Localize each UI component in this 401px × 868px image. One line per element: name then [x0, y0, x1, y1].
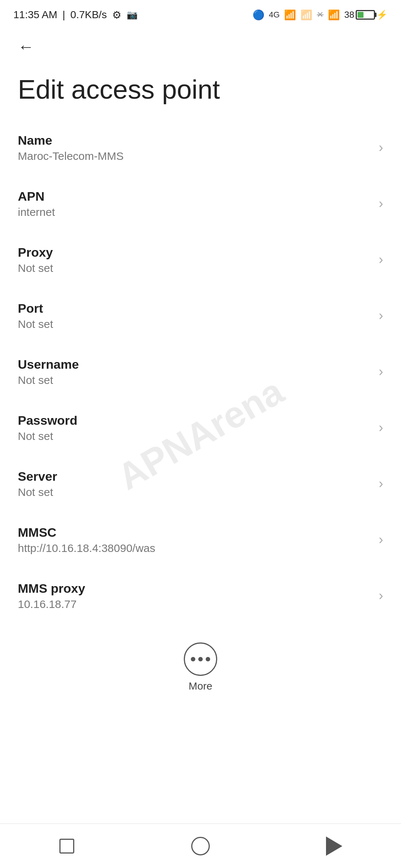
item-content-3: PortNot set — [18, 301, 371, 331]
more-button-area: More — [0, 628, 401, 703]
nav-square-button[interactable] — [48, 831, 85, 861]
item-label-6: Server — [18, 469, 371, 484]
recent-apps-icon — [59, 839, 74, 854]
settings-item[interactable]: MMS proxy10.16.18.77› — [0, 568, 401, 624]
battery-percent: 38 — [344, 10, 354, 20]
item-value-8: 10.16.18.77 — [18, 598, 371, 611]
item-content-1: APNinternet — [18, 189, 371, 218]
bottom-nav — [0, 823, 401, 868]
item-value-7: http://10.16.18.4:38090/was — [18, 542, 371, 555]
chevron-right-icon: › — [379, 364, 383, 379]
chevron-right-icon: › — [379, 308, 383, 323]
item-label-3: Port — [18, 301, 371, 316]
home-icon — [191, 837, 210, 855]
item-content-8: MMS proxy10.16.18.77 — [18, 581, 371, 611]
more-label: More — [189, 680, 212, 692]
chevron-right-icon: › — [379, 588, 383, 604]
item-content-2: ProxyNot set — [18, 245, 371, 274]
wifi-icon: 📶 — [328, 9, 340, 21]
item-label-8: MMS proxy — [18, 581, 371, 596]
item-content-7: MMSChttp://10.16.18.4:38090/was — [18, 525, 371, 555]
battery-fill — [358, 12, 363, 18]
item-value-2: Not set — [18, 262, 371, 274]
item-label-0: Name — [18, 133, 371, 148]
battery-indicator: 38 ⚡ — [344, 10, 388, 20]
settings-item[interactable]: MMSChttp://10.16.18.4:38090/was› — [0, 512, 401, 568]
item-content-6: ServerNot set — [18, 469, 371, 499]
top-nav: ← — [0, 27, 401, 67]
settings-item[interactable]: PortNot set› — [0, 288, 401, 344]
back-arrow-icon: ← — [18, 39, 34, 55]
back-button[interactable]: ← — [15, 36, 37, 58]
item-value-4: Not set — [18, 374, 371, 387]
item-value-3: Not set — [18, 318, 371, 331]
item-value-0: Maroc-Telecom-MMS — [18, 150, 371, 162]
chevron-right-icon: › — [379, 140, 383, 155]
settings-item[interactable]: NameMaroc-Telecom-MMS› — [0, 120, 401, 176]
item-value-1: internet — [18, 206, 371, 218]
signal-bars2-icon: 📶 — [300, 9, 312, 21]
item-value-6: Not set — [18, 486, 371, 499]
page-title: Edit access point — [0, 67, 401, 120]
video-icon: 📷 — [127, 10, 138, 20]
chevron-right-icon: › — [379, 196, 383, 211]
settings-item[interactable]: UsernameNot set› — [0, 344, 401, 400]
time: 11:35 AM — [13, 9, 57, 21]
chevron-right-icon: › — [379, 476, 383, 491]
settings-item[interactable]: PasswordNot set› — [0, 400, 401, 456]
item-content-4: UsernameNot set — [18, 357, 371, 387]
settings-icon: ⚙ — [112, 9, 121, 21]
bluetooth-icon: 🔵 — [252, 9, 264, 21]
nav-back-button[interactable] — [316, 831, 353, 861]
no-signal-icon: ✕ — [317, 10, 323, 20]
network-speed: 0.7KB/s — [71, 9, 107, 21]
item-label-7: MMSC — [18, 525, 371, 540]
item-label-1: APN — [18, 189, 371, 204]
status-right: 🔵 4G 📶 📶 ✕ 📶 38 ⚡ — [252, 9, 388, 21]
item-content-5: PasswordNot set — [18, 413, 371, 443]
chevron-right-icon: › — [379, 420, 383, 435]
settings-item[interactable]: ProxyNot set› — [0, 232, 401, 288]
charging-icon: ⚡ — [376, 10, 388, 20]
signal-bars-icon: 📶 — [284, 9, 296, 21]
item-value-5: Not set — [18, 430, 371, 443]
separator: | — [62, 9, 65, 21]
item-label-5: Password — [18, 413, 371, 428]
settings-item[interactable]: APNinternet› — [0, 176, 401, 232]
chevron-right-icon: › — [379, 532, 383, 548]
more-dots-icon — [191, 657, 210, 661]
more-button[interactable] — [184, 642, 217, 676]
chevron-right-icon: › — [379, 252, 383, 267]
signal-4g-icon: 4G — [269, 10, 280, 20]
item-label-2: Proxy — [18, 245, 371, 260]
back-icon — [326, 836, 342, 856]
status-left: 11:35 AM | 0.7KB/s ⚙ 📷 — [13, 9, 138, 21]
status-bar: 11:35 AM | 0.7KB/s ⚙ 📷 🔵 4G 📶 📶 ✕ 📶 38 ⚡ — [0, 0, 401, 27]
item-label-4: Username — [18, 357, 371, 372]
settings-list: NameMaroc-Telecom-MMS›APNinternet›ProxyN… — [0, 120, 401, 624]
item-content-0: NameMaroc-Telecom-MMS — [18, 133, 371, 162]
battery-box — [356, 10, 375, 20]
nav-home-button[interactable] — [182, 831, 219, 861]
settings-item[interactable]: ServerNot set› — [0, 456, 401, 512]
